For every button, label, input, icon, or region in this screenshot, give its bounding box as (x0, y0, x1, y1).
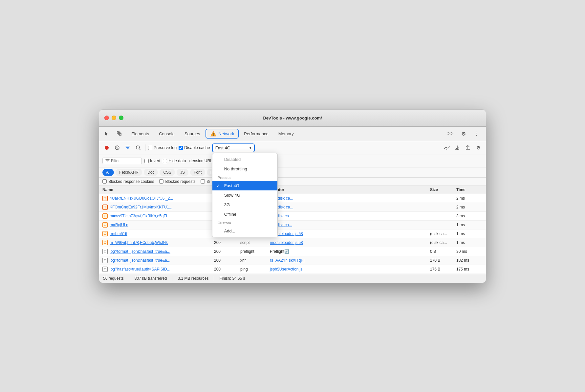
initiator-cell: rs=AA2YrTskXiTqHl (270, 258, 430, 263)
third-party-checkbox[interactable] (201, 179, 205, 184)
file-name[interactable]: m=RqjULd (110, 223, 128, 227)
preflight-icon: □ (102, 249, 108, 254)
initiator-cell: n3: (disk ca... (270, 205, 430, 209)
size-cell: (disk ca... (430, 240, 456, 245)
tab-memory[interactable]: Memory (274, 129, 298, 138)
type-filter-fetch-xhr[interactable]: Fetch/XHR (116, 169, 142, 176)
file-name[interactable]: log?format=json&hasfast=true&a... (110, 249, 170, 254)
traffic-lights (104, 116, 123, 120)
search-button[interactable] (134, 143, 142, 152)
time-cell: 1 ms (456, 223, 483, 227)
throttle-dropdown-button[interactable]: Fast 4G ▾ (212, 143, 255, 152)
record-button[interactable] (102, 143, 111, 152)
chevron-down-icon: ▾ (249, 146, 251, 150)
resources-size: 3.1 MB resources (178, 276, 214, 281)
time-cell: 1 ms (456, 231, 483, 236)
header-size[interactable]: Size (430, 187, 456, 192)
devtools-settings-icon[interactable]: ⚙ (458, 128, 469, 139)
type-cell: ping (240, 267, 270, 272)
header-time[interactable]: Time (456, 187, 483, 192)
type-filter-all[interactable]: All (102, 169, 114, 176)
blocked-bar: Blocked response cookies Blocked request… (99, 178, 486, 186)
throttle-option-fast4g[interactable]: ✓ Fast 4G (212, 181, 277, 190)
file-name[interactable]: m=Wt6vjf,hhhU8,FCpbqb,WhJNk (110, 240, 168, 245)
type-filter-doc[interactable]: Doc (144, 169, 158, 176)
preserve-log-label[interactable]: Preserve log (154, 145, 177, 150)
table-row: □ log?format=json&hasfast=true&a... 200 … (99, 247, 486, 256)
tabs-bar: Elements Console Sources ! Network Perfo… (99, 127, 486, 141)
svg-text:!: ! (213, 133, 214, 136)
throttle-option-no-throttling[interactable]: No throttling (212, 164, 277, 174)
toolbar-right-actions: ⚙ (443, 143, 483, 152)
initiator-cell: moduleloader.js:58 (270, 231, 430, 236)
more-tabs-button[interactable]: >> (445, 128, 456, 139)
name-cell: □ log?format=json&hasfast=true&a... (102, 258, 214, 263)
maximize-button[interactable] (119, 116, 123, 120)
hide-data-checkbox[interactable] (163, 159, 167, 163)
disable-cache-checkbox[interactable] (179, 146, 183, 150)
name-cell: T KFOmCnqEu92Fr1Mu4mxKKTU1... (102, 205, 214, 210)
throttle-option-offline[interactable]: Offline (212, 209, 277, 219)
ping-icon: □ (102, 267, 108, 272)
file-name[interactable]: m=ws9Tlc,n73qwf,GkRiKb,e5qFL... (110, 214, 171, 218)
throttle-option-3g[interactable]: 3G (212, 200, 277, 209)
status-cell: 200 (214, 249, 240, 254)
checkmark-icon: ✓ (216, 183, 220, 188)
invert-checkbox[interactable] (144, 159, 149, 163)
invert-checkbox-group: Invert (144, 159, 160, 163)
header-initiator[interactable]: Initiator (270, 187, 430, 192)
minimize-button[interactable] (112, 116, 116, 120)
clear-button[interactable] (113, 143, 121, 152)
third-party-label: 3r (206, 179, 210, 184)
throttle-dropdown-menu: Disabled No throttling Presets ✓ Fast 4G… (212, 153, 278, 237)
network-settings-icon[interactable]: ⚙ (474, 143, 483, 152)
table-body: T 4UaRrENHsxJlGDuGo1OllJfC6l_2... 200 fo… (99, 194, 486, 274)
name-cell: □ log?hasfast=true&auth=SAPISID... (102, 267, 214, 272)
initiator-cell: moduleloader.js:58 (270, 240, 430, 245)
script-icon: ⬡ (102, 231, 108, 236)
time-cell: 175 ms (456, 267, 483, 272)
disable-cache-label[interactable]: Disable cache (184, 145, 210, 150)
import-har-icon[interactable] (453, 143, 462, 152)
name-cell: T 4UaRrENHsxJlGDuGo1OllJfC6l_2... (102, 196, 214, 201)
type-filter-font[interactable]: Font (190, 169, 205, 176)
preserve-log-checkbox[interactable] (148, 146, 152, 150)
tab-performance[interactable]: Performance (239, 129, 273, 138)
file-name[interactable]: 4UaRrENHsxJlGDuGo1OllJfC6l_2... (110, 196, 173, 201)
network-conditions-icon[interactable] (443, 143, 451, 152)
filter-toggle-button[interactable] (123, 143, 132, 152)
time-cell: 182 ms (456, 258, 483, 263)
tab-console[interactable]: Console (154, 129, 179, 138)
table-row: T 4UaRrENHsxJlGDuGo1OllJfC6l_2... 200 fo… (99, 194, 486, 203)
svg-line-9 (139, 149, 141, 150)
tab-elements[interactable]: Elements (127, 129, 154, 138)
filter-input-group (102, 158, 142, 164)
header-name[interactable]: Name (102, 187, 214, 192)
tab-sources[interactable]: Sources (180, 129, 205, 138)
layers-tool-icon[interactable] (114, 128, 125, 139)
close-button[interactable] (104, 116, 109, 120)
table-row: □ log?format=json&hasfast=true&a... 200 … (99, 256, 486, 265)
blocked-cookies-checkbox[interactable] (102, 179, 107, 184)
type-filter-css[interactable]: CSS (160, 169, 175, 176)
name-cell: ⬡ m=ws9Tlc,n73qwf,GkRiKb,e5qFL... (102, 213, 214, 219)
invert-label[interactable]: Invert (150, 159, 160, 163)
script-icon: ⬡ (102, 240, 108, 245)
devtools-more-icon[interactable]: ⋮ (471, 128, 482, 139)
filter-input[interactable] (111, 159, 137, 163)
requests-count: 56 requests (103, 276, 129, 281)
export-har-icon[interactable] (464, 143, 472, 152)
cursor-tool-icon[interactable] (102, 128, 112, 139)
file-name[interactable]: log?hasfast=true&auth=SAPISID... (110, 267, 170, 272)
throttle-option-add[interactable]: Add... (212, 226, 277, 236)
type-filters-bar: All Fetch/XHR Doc CSS JS Font Img Media … (99, 167, 486, 178)
hide-data-label: Hide data (168, 159, 186, 163)
type-filter-js[interactable]: JS (177, 169, 188, 176)
file-name[interactable]: log?format=json&hasfast=true&a... (110, 258, 170, 263)
blocked-requests-checkbox[interactable] (159, 179, 163, 184)
file-name[interactable]: KFOmCnqEu92Fr1Mu4mxKKTU1... (110, 205, 172, 209)
throttle-option-slow4g[interactable]: Slow 4G (212, 190, 277, 200)
tab-network[interactable]: ! Network (206, 129, 239, 139)
filter-icon (105, 159, 110, 163)
file-name[interactable]: m=bm51tf (110, 231, 127, 236)
